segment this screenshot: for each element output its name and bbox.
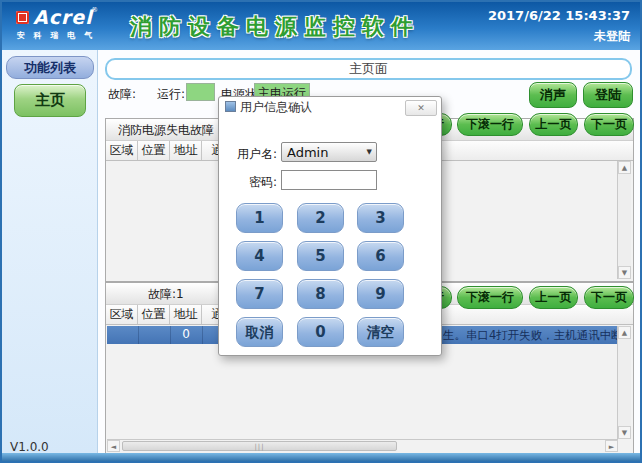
- keypad-2-button[interactable]: 2: [297, 203, 344, 233]
- upper-table-caption: 消防电源失电故障: [118, 119, 214, 141]
- keypad-6-button[interactable]: 6: [357, 241, 404, 271]
- login-button[interactable]: 登陆: [583, 82, 633, 108]
- username-label: 用户名:: [229, 146, 277, 163]
- keypad-4-button[interactable]: 4: [236, 241, 283, 271]
- scroll-left-icon[interactable]: ◄: [107, 440, 120, 452]
- lower-table-vertical-scrollbar[interactable]: ▲ ▼: [617, 326, 631, 439]
- header-bar: Acrel ® 安 科 瑞 电 气 消防设备电源监控软件 2017/6/22 1…: [2, 2, 640, 50]
- acrel-logo-icon: [16, 11, 29, 24]
- fault-label: 故障:: [108, 86, 136, 103]
- keypad-7-button[interactable]: 7: [236, 279, 283, 309]
- scroll-down-row-button-lower[interactable]: 下滚一行: [457, 286, 523, 309]
- upper-table-vertical-scrollbar[interactable]: ▲ ▼: [617, 161, 631, 279]
- login-status: 未登陆: [594, 28, 630, 45]
- prev-page-button-upper[interactable]: 上一页: [529, 113, 578, 136]
- dialog-title: 用户信息确认: [240, 99, 312, 116]
- lower-table-caption: 故障:1: [148, 283, 184, 305]
- username-value: Admin: [287, 145, 328, 160]
- keypad-5-button[interactable]: 5: [297, 241, 344, 271]
- close-icon[interactable]: ✕: [405, 100, 437, 116]
- next-page-button-upper[interactable]: 下一页: [584, 113, 634, 136]
- keypad-8-button[interactable]: 8: [297, 279, 344, 309]
- run-indicator: [186, 83, 215, 101]
- column-header-area: 区域: [106, 305, 138, 324]
- clear-button[interactable]: 清空: [357, 317, 404, 347]
- row-divider: [202, 326, 203, 344]
- keypad-3-button[interactable]: 3: [357, 203, 404, 233]
- sidebar: 功能列表 主页 V1.0.0: [2, 50, 98, 453]
- scroll-up-icon[interactable]: ▲: [618, 326, 631, 339]
- user-login-dialog: 用户信息确认 ✕ 用户名: Admin ▼ 密码: 1 2 3 4 5 6 7 …: [218, 96, 442, 356]
- brand-name: Acrel: [33, 6, 93, 28]
- scroll-down-row-button-upper[interactable]: 下滚一行: [457, 113, 523, 136]
- chevron-down-icon: ▼: [367, 148, 372, 156]
- column-header-address: 地址: [170, 141, 202, 160]
- brand-subtitle: 安 科 瑞 电 气: [17, 30, 95, 41]
- row-address-cell: 0: [170, 327, 202, 341]
- column-header-area: 区域: [106, 141, 138, 160]
- version-label: V1.0.0: [10, 440, 49, 454]
- password-label: 密码:: [229, 174, 277, 191]
- run-label: 运行:: [157, 86, 185, 103]
- username-dropdown[interactable]: Admin ▼: [281, 142, 377, 162]
- scroll-right-icon[interactable]: ►: [605, 440, 618, 452]
- keypad-1-button[interactable]: 1: [236, 203, 283, 233]
- scroll-up-icon[interactable]: ▲: [618, 161, 631, 174]
- row-description-cell: 生。串口4打开失败，主机通讯中断。: [443, 328, 619, 343]
- bottom-frame-band: [2, 453, 640, 461]
- app-window: Acrel ® 安 科 瑞 电 气 消防设备电源监控软件 2017/6/22 1…: [0, 0, 642, 463]
- keypad-9-button[interactable]: 9: [357, 279, 404, 309]
- prev-page-button-lower[interactable]: 上一页: [529, 286, 578, 309]
- sidebar-title: 功能列表: [6, 56, 94, 79]
- mute-button[interactable]: 消声: [529, 82, 577, 108]
- registered-mark: ®: [91, 6, 98, 14]
- app-title: 消防设备电源监控软件: [130, 12, 420, 42]
- column-header-position: 位置: [138, 305, 170, 324]
- row-divider: [138, 326, 139, 344]
- password-input[interactable]: [281, 170, 377, 190]
- page-title: 主页面: [105, 58, 632, 80]
- next-page-button-lower[interactable]: 下一页: [584, 286, 634, 309]
- lower-table-horizontal-scrollbar[interactable]: ◄ ► |||: [107, 439, 618, 452]
- dialog-window-icon: [225, 101, 236, 112]
- scroll-down-icon[interactable]: ▼: [618, 426, 631, 439]
- scroll-down-icon[interactable]: ▼: [618, 266, 631, 279]
- scrollbar-grip[interactable]: |||: [122, 441, 397, 451]
- sidebar-item-home[interactable]: 主页: [14, 84, 86, 117]
- datetime: 2017/6/22 15:43:37: [488, 8, 630, 23]
- keypad-0-button[interactable]: 0: [297, 317, 344, 347]
- cancel-button[interactable]: 取消: [236, 317, 283, 347]
- column-header-position: 位置: [138, 141, 170, 160]
- main-area: 主页面 故障: 运行: 电源状态: 主电运行 消声 登陆 上滚一行 下滚一行 上…: [98, 50, 640, 453]
- column-header-address: 地址: [170, 305, 202, 324]
